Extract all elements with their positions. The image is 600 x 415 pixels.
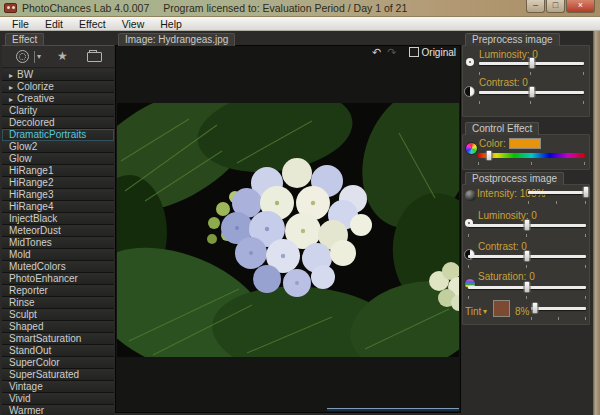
app-window: PhotoChances Lab 4.0.007Program licensed…: [0, 0, 600, 415]
effect-item[interactable]: Rinse: [2, 297, 114, 309]
effect-item[interactable]: StandOut: [2, 345, 114, 357]
effect-item[interactable]: Vintage: [2, 381, 114, 393]
favorite-star-icon[interactable]: ★: [57, 50, 68, 63]
post-luminosity-slider[interactable]: [468, 220, 586, 232]
effect-item[interactable]: Glow: [2, 153, 114, 165]
effect-item[interactable]: Sculpt: [2, 309, 114, 321]
undo-icon[interactable]: ↶: [372, 46, 381, 58]
effect-item-selected[interactable]: DramaticPortraits: [2, 129, 114, 141]
effect-item[interactable]: HiRange3: [2, 189, 114, 201]
category-creative[interactable]: ▸Creative: [2, 93, 114, 105]
intensity-icon: [465, 190, 476, 201]
menu-help[interactable]: Help: [152, 18, 190, 30]
app-title: PhotoChances Lab 4.0.007: [22, 2, 149, 14]
effect-color-swatch[interactable]: [509, 138, 541, 149]
menu-file[interactable]: File: [4, 18, 37, 30]
preprocess-tab[interactable]: Preprocess image: [465, 33, 560, 46]
slider-track: [528, 191, 586, 194]
chevron-right-icon: ▸: [9, 83, 13, 92]
effect-item[interactable]: Clarity: [2, 105, 114, 117]
image-viewer-panel: Image: Hydrangeas.jpg ↶ ↷ Original: [115, 31, 462, 415]
hue-slider-thumb[interactable]: [485, 150, 492, 161]
control-effect-tab[interactable]: Control Effect: [465, 122, 539, 135]
hue-slider[interactable]: [478, 153, 585, 158]
effect-options-icon[interactable]: [16, 50, 29, 63]
tint-color-swatch[interactable]: [493, 300, 510, 317]
effect-toolbar: ▾ ★: [2, 45, 114, 68]
color-label: Color:: [479, 138, 506, 149]
luminosity-icon: [466, 58, 474, 66]
effect-item[interactable]: Vivid: [2, 393, 114, 405]
menu-effect[interactable]: Effect: [71, 18, 114, 30]
slider-thumb[interactable]: [528, 57, 535, 69]
maximize-button[interactable]: □: [546, 0, 565, 13]
slider-ticks: [468, 296, 586, 299]
slider-thumb[interactable]: [528, 86, 535, 98]
category-label: Colorize: [17, 81, 54, 92]
slider-thumb[interactable]: [524, 281, 531, 293]
window-controls: – □ ×: [525, 0, 595, 13]
effect-item[interactable]: MidTones: [2, 237, 114, 249]
effect-item[interactable]: InjectBlack: [2, 213, 114, 225]
effect-item[interactable]: Shaped: [2, 321, 114, 333]
app-icon: [4, 3, 17, 13]
category-colorize[interactable]: ▸Colorize: [2, 81, 114, 93]
slider-ticks: [531, 317, 586, 320]
adjustments-panel: Preprocess image Luminosity: 0 Contrast:…: [462, 31, 592, 415]
tint-value: 8%: [515, 306, 529, 317]
control-effect-group: Color:: [462, 134, 590, 170]
slider-thumb[interactable]: [532, 302, 539, 314]
image-tab[interactable]: Image: Hydrangeas.jpg: [118, 33, 235, 46]
slider-track: [531, 307, 586, 310]
effect-item[interactable]: Warmer: [2, 405, 114, 415]
effect-item[interactable]: Reporter: [2, 285, 114, 297]
tint-dropdown-caret-icon[interactable]: ▾: [483, 307, 487, 316]
slider-thumb[interactable]: [524, 219, 531, 231]
pre-contrast-slider[interactable]: [479, 87, 584, 99]
effect-item[interactable]: HiRange4: [2, 201, 114, 213]
menu-view[interactable]: View: [114, 18, 153, 30]
effect-item[interactable]: Decolored: [2, 117, 114, 129]
effect-item[interactable]: HiRange1: [2, 165, 114, 177]
title-bar[interactable]: PhotoChances Lab 4.0.007Program licensed…: [0, 0, 600, 17]
chevron-down-icon[interactable]: ▾: [34, 51, 41, 63]
slider-thumb[interactable]: [524, 250, 531, 262]
slider-ticks: [468, 265, 586, 268]
effect-item[interactable]: Mold: [2, 249, 114, 261]
saturation-slider[interactable]: [468, 282, 586, 294]
color-wheel-icon: [465, 142, 478, 155]
intensity-slider[interactable]: [528, 187, 586, 199]
effect-item[interactable]: MeteorDust: [2, 225, 114, 237]
redo-icon[interactable]: ↷: [387, 46, 396, 58]
minimize-button[interactable]: –: [526, 0, 545, 13]
effect-item[interactable]: HiRange2: [2, 177, 114, 189]
effect-item[interactable]: PhotoEnhancer: [2, 273, 114, 285]
window-title: PhotoChances Lab 4.0.007Program licensed…: [22, 2, 407, 14]
original-checkbox[interactable]: [409, 47, 419, 57]
effect-item[interactable]: SuperSaturated: [2, 369, 114, 381]
effect-item[interactable]: MutedColors: [2, 261, 114, 273]
license-text: Program licensed to: Evaluation Period /…: [163, 2, 407, 14]
slider-ticks: [478, 162, 585, 165]
effect-item[interactable]: SmartSaturation: [2, 333, 114, 345]
category-label: BW: [17, 69, 33, 80]
menu-edit[interactable]: Edit: [37, 18, 71, 30]
tint-slider[interactable]: [531, 303, 586, 315]
viewer-scrollbar[interactable]: [327, 408, 459, 411]
category-bw[interactable]: ▸BW: [2, 69, 114, 81]
chevron-right-icon: ▸: [9, 95, 13, 104]
slider-thumb[interactable]: [583, 186, 590, 198]
effect-list: ▸BW ▸Colorize ▸Creative Clarity Decolore…: [2, 69, 114, 415]
effect-item[interactable]: SuperColor: [2, 357, 114, 369]
effect-panel: Effect ▾ ★ ▸BW ▸Colorize ▸Creative Clari…: [2, 31, 114, 415]
postprocess-tab[interactable]: Postprocess image: [465, 172, 564, 185]
pre-luminosity-slider[interactable]: [479, 58, 584, 70]
post-contrast-slider[interactable]: [468, 251, 586, 263]
slider-ticks: [479, 72, 584, 75]
main-content: Effect ▾ ★ ▸BW ▸Colorize ▸Creative Clari…: [0, 31, 600, 415]
postprocess-group: Intensity: 100% Luminosity: 0 Contrast: …: [462, 184, 590, 325]
close-button[interactable]: ×: [566, 0, 595, 13]
folder-icon[interactable]: [87, 52, 102, 62]
effect-item[interactable]: Glow2: [2, 141, 114, 153]
window-border: [593, 31, 600, 415]
